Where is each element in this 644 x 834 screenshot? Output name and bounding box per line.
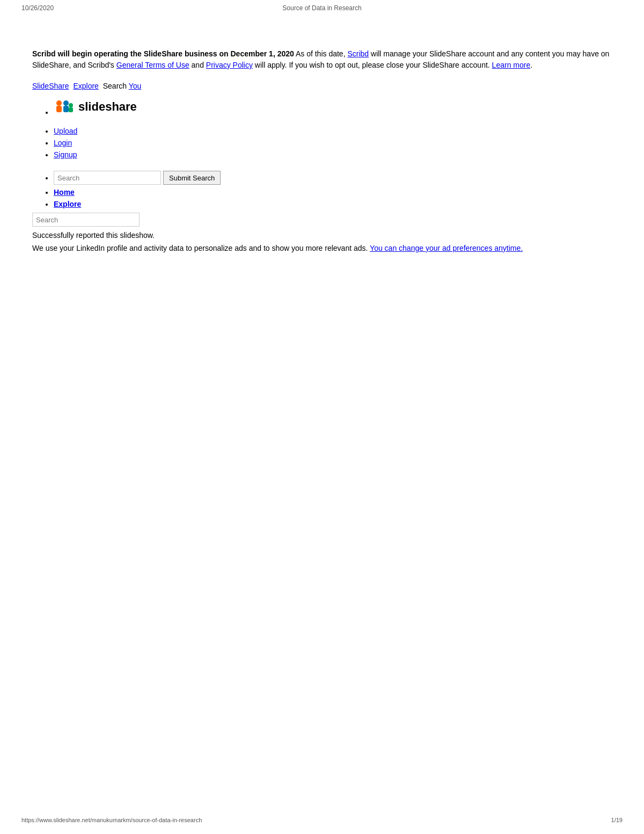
main-content: Scribd will begin operating the SlideSha… — [0, 16, 644, 275]
privacy-link[interactable]: Privacy Policy — [206, 61, 253, 69]
notice-bold: Scribd will begin operating the SlideSha… — [32, 49, 294, 58]
you-nav-link[interactable]: You — [129, 82, 142, 90]
logo-list-item: slideshare — [54, 99, 612, 115]
ad-prefs-link[interactable]: You can change your ad preferences anyti… — [370, 244, 523, 252]
search-form-list-item: Submit Search — [54, 171, 612, 185]
header-title: Source of Data in Research — [282, 4, 361, 12]
login-link[interactable]: Login — [54, 139, 72, 147]
logo-container: slideshare — [54, 99, 612, 115]
reported-text: Successfully reported this slideshow. — [32, 231, 612, 240]
svg-point-0 — [56, 100, 62, 106]
signup-link[interactable]: Signup — [54, 150, 77, 159]
empty-bullet-1 — [54, 118, 612, 124]
svg-rect-3 — [63, 106, 69, 112]
linkedin-text-content: We use your LinkedIn profile and activit… — [32, 244, 368, 252]
notice-text4: will apply. If you wish to opt out, plea… — [253, 61, 492, 69]
nav-links-row: SlideShare Explore Search You — [32, 82, 612, 90]
login-list-item: Login — [54, 139, 612, 147]
upload-list-item: Upload — [54, 127, 612, 135]
page-footer: https://www.slideshare.net/manukumarkm/s… — [0, 817, 644, 823]
signup-list-item: Signup — [54, 150, 612, 159]
notice-text5: . — [530, 61, 532, 69]
standalone-search-input[interactable] — [32, 213, 140, 227]
svg-rect-1 — [56, 106, 62, 112]
logo-text: slideshare — [78, 100, 137, 114]
svg-rect-5 — [69, 107, 73, 112]
explore-nav-link[interactable]: Explore — [73, 82, 98, 90]
svg-point-2 — [63, 100, 69, 106]
home-link[interactable]: Home — [54, 188, 75, 197]
footer-url: https://www.slideshare.net/manukumarkm/s… — [21, 817, 202, 823]
notice-box: Scribd will begin operating the SlideSha… — [32, 48, 612, 71]
terms-link[interactable]: General Terms of Use — [116, 61, 189, 69]
learn-more-link[interactable]: Learn more — [492, 61, 531, 69]
explore-list-item: Explore — [54, 200, 612, 208]
nav-search-text: Search — [103, 82, 127, 90]
search-input[interactable] — [54, 171, 161, 185]
search-form-row: Submit Search — [54, 171, 612, 185]
upload-link[interactable]: Upload — [54, 127, 77, 135]
home-list-item: Home — [54, 188, 612, 197]
notice-text3: and — [189, 61, 206, 69]
nav-bullet-list: slideshare Upload Login Signup Submit Se… — [32, 99, 612, 208]
footer-page-count: 1/19 — [611, 817, 623, 823]
svg-point-4 — [69, 103, 73, 107]
logo-slide: slide — [78, 100, 105, 113]
linkedin-text: We use your LinkedIn profile and activit… — [32, 243, 612, 254]
empty-bullet-2 — [54, 162, 612, 168]
logo-share: share — [105, 100, 137, 113]
explore-link[interactable]: Explore — [54, 200, 81, 208]
header-date: 10/26/2020 — [21, 4, 54, 12]
slideshare-nav-link[interactable]: SlideShare — [32, 82, 69, 90]
page-header: 10/26/2020 Source of Data in Research — [0, 0, 644, 16]
slideshare-logo-icon — [54, 99, 75, 115]
scribd-link[interactable]: Scribd — [347, 49, 369, 58]
notice-text1: As of this date, — [294, 49, 348, 58]
submit-search-button[interactable]: Submit Search — [163, 171, 221, 185]
